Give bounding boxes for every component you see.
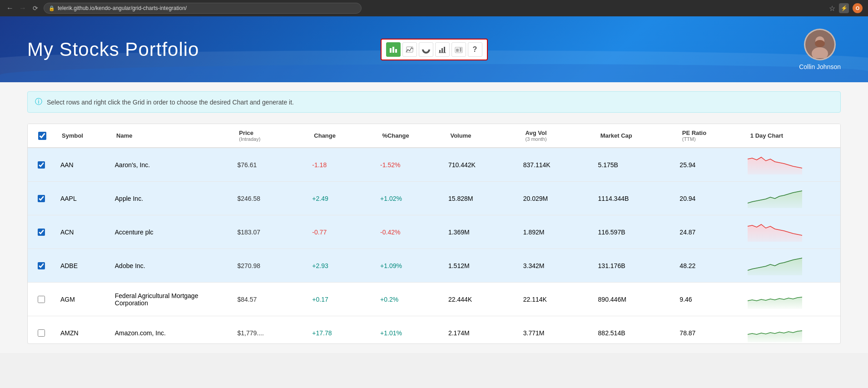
bar-chart-button[interactable]	[386, 42, 401, 57]
row-select-checkbox[interactable]	[38, 329, 45, 337]
table-row[interactable]: ACNAccenture plc$183.07-0.77-0.42%1.369M…	[28, 215, 840, 249]
header-pe[interactable]: PE Ratio (TTM)	[677, 124, 745, 148]
header-change[interactable]: Change	[308, 124, 377, 148]
row-volume: 22.444K	[443, 283, 518, 316]
extensions-button[interactable]: ⚡	[839, 3, 849, 13]
header-chart[interactable]: 1 Day Chart	[745, 124, 840, 148]
row-select-checkbox[interactable]	[38, 161, 45, 169]
row-avgvol: 837.114K	[518, 148, 593, 182]
chart-toolbar: ?	[381, 39, 488, 60]
back-button[interactable]: ←	[5, 4, 15, 13]
row-chart	[742, 182, 840, 215]
row-select-checkbox[interactable]	[38, 262, 45, 269]
area-chart-button[interactable]	[451, 42, 466, 57]
grid-scroll-area[interactable]: AANAaron's, Inc.$76.61-1.18-1.52%710.442…	[28, 148, 840, 343]
donut-chart-button[interactable]	[419, 42, 433, 57]
row-pe: 20.94	[674, 182, 742, 215]
row-pctchange: +1.01%	[375, 316, 443, 344]
column-chart-button[interactable]	[435, 42, 450, 57]
row-checkbox-cell	[28, 215, 55, 249]
user-name: Collin Johnson	[799, 63, 841, 70]
header-volume[interactable]: Volume	[445, 124, 520, 148]
row-pctchange: -1.52%	[375, 148, 443, 182]
svg-point-16	[815, 40, 825, 47]
svg-rect-7	[441, 48, 443, 53]
info-banner: ⓘ Select rows and right click the Grid i…	[27, 91, 841, 113]
row-chart	[742, 283, 840, 316]
svg-rect-2	[395, 49, 397, 53]
row-name: Adobe Inc.	[109, 249, 232, 283]
browser-right-controls: ☆ ⚡ O	[829, 3, 863, 13]
svg-marker-20	[748, 258, 802, 275]
info-text: Select rows and right click the Grid in …	[47, 99, 294, 106]
svg-rect-12	[460, 48, 461, 52]
svg-rect-11	[456, 49, 459, 52]
row-name: Accenture plc	[109, 215, 232, 249]
page-header: My Stocks Portfolio	[0, 16, 868, 82]
table-row[interactable]: AANAaron's, Inc.$76.61-1.18-1.52%710.442…	[28, 148, 840, 182]
address-bar[interactable]: 🔒 telerik.github.io/kendo-angular/grid-c…	[44, 3, 362, 14]
row-pctchange: +1.09%	[375, 249, 443, 283]
header-mktcap[interactable]: Market Cap	[595, 124, 677, 148]
row-chart	[742, 249, 840, 283]
browser-chrome: ← → ⟳ 🔒 telerik.github.io/kendo-angular/…	[0, 0, 868, 16]
row-select-checkbox[interactable]	[38, 296, 45, 303]
row-pe: 24.87	[674, 215, 742, 249]
row-checkbox-cell	[28, 316, 55, 344]
row-volume: 15.828M	[443, 182, 518, 215]
row-pe: 48.22	[674, 249, 742, 283]
row-checkbox-cell	[28, 148, 55, 182]
select-all-checkbox[interactable]	[38, 132, 46, 140]
row-name: Federal Agricultural Mortgage Corporatio…	[109, 283, 232, 316]
row-chart	[742, 316, 840, 344]
row-pe: 9.46	[674, 283, 742, 316]
reload-button[interactable]: ⟳	[31, 4, 40, 13]
help-button[interactable]: ?	[468, 42, 482, 57]
row-avgvol: 22.114K	[518, 283, 593, 316]
row-mktcap: 131.176B	[593, 249, 675, 283]
row-volume: 1.369M	[443, 215, 518, 249]
page-title: My Stocks Portfolio	[27, 39, 199, 60]
row-pe: 78.87	[674, 316, 742, 344]
table-row[interactable]: AAPLApple Inc.$246.58+2.49+1.02%15.828M2…	[28, 182, 840, 215]
row-price: $84.57	[232, 283, 307, 316]
header-pctchange[interactable]: %Change	[377, 124, 445, 148]
header-symbol[interactable]: Symbol	[56, 124, 111, 148]
row-checkbox-cell	[28, 283, 55, 316]
line-chart-button[interactable]	[402, 42, 417, 57]
svg-rect-8	[444, 47, 445, 53]
row-price: $246.58	[232, 182, 307, 215]
row-change: +2.49	[307, 182, 375, 215]
row-pctchange: -0.42%	[375, 215, 443, 249]
row-change: +2.93	[307, 249, 375, 283]
row-name: Apple Inc.	[109, 182, 232, 215]
header-name[interactable]: Name	[111, 124, 233, 148]
table-row[interactable]: ADBEAdobe Inc.$270.98+2.93+1.09%1.512M3.…	[28, 249, 840, 283]
row-symbol: AAN	[55, 148, 109, 182]
svg-rect-1	[392, 47, 394, 53]
row-symbol: AGM	[55, 283, 109, 316]
header-checkbox-cell	[28, 124, 56, 148]
stocks-grid: Symbol Name Price (Intraday) Change %Cha…	[27, 124, 841, 344]
grid-table: Symbol Name Price (Intraday) Change %Cha…	[28, 124, 840, 148]
table-row[interactable]: AMZNAmazon.com, Inc.$1,779....+17.78+1.0…	[28, 316, 840, 344]
info-icon: ⓘ	[35, 97, 42, 107]
row-mktcap: 890.446M	[593, 283, 675, 316]
svg-point-5	[425, 48, 427, 51]
svg-rect-0	[390, 48, 392, 53]
row-select-checkbox[interactable]	[38, 195, 45, 202]
bookmark-icon[interactable]: ☆	[829, 4, 835, 13]
table-row[interactable]: AGMFederal Agricultural Mortgage Corpora…	[28, 283, 840, 316]
row-avgvol: 20.029M	[518, 182, 593, 215]
row-mktcap: 116.597B	[593, 215, 675, 249]
header-price[interactable]: Price (Intraday)	[233, 124, 308, 148]
header-avgvol[interactable]: Avg Vol (3 month)	[520, 124, 595, 148]
row-select-checkbox[interactable]	[38, 229, 45, 236]
row-symbol: AAPL	[55, 182, 109, 215]
user-profile: Collin Johnson	[799, 29, 841, 70]
url-text: telerik.github.io/kendo-angular/grid-cha…	[58, 5, 187, 11]
svg-marker-18	[748, 191, 802, 208]
forward-button[interactable]: →	[18, 4, 27, 13]
row-chart	[742, 215, 840, 249]
profile-icon[interactable]: O	[853, 3, 863, 13]
